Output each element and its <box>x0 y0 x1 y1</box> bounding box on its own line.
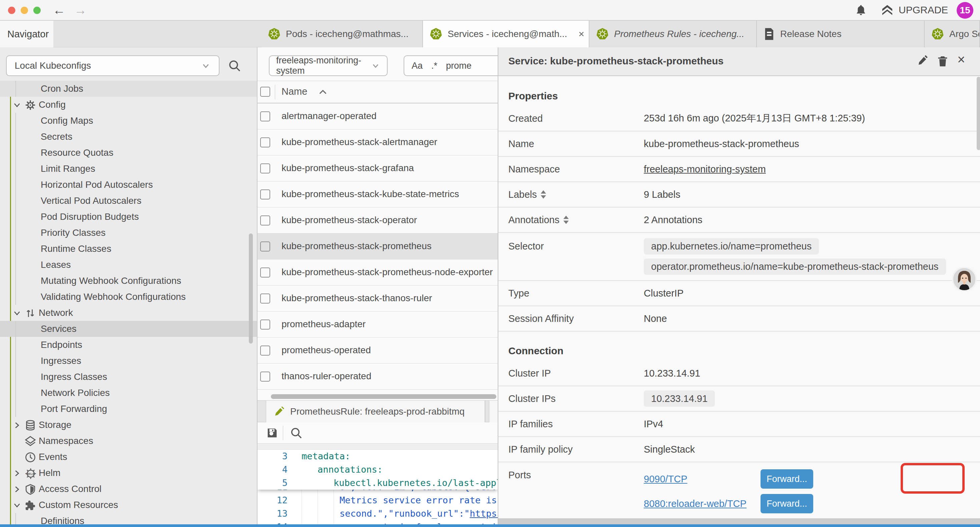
select-all-checkbox[interactable] <box>260 87 270 97</box>
close-icon[interactable]: × <box>957 52 965 67</box>
row-checkbox[interactable] <box>260 242 270 252</box>
table-row[interactable]: prometheus-adapter <box>258 312 498 338</box>
row-checkbox[interactable] <box>260 111 270 121</box>
table-row[interactable]: kube-prometheus-stack-alertmanager <box>258 129 498 155</box>
table-row[interactable]: thanos-ruler-operated <box>258 363 498 390</box>
sidebar-item-pod-disruption-budgets[interactable]: Pod Disruption Budgets <box>0 209 258 225</box>
sidebar-scrollbar[interactable] <box>249 234 253 344</box>
notifications-bell-icon[interactable] <box>854 4 867 17</box>
sidebar-item-priority-classes[interactable]: Priority Classes <box>0 225 258 241</box>
sidebar-item-config[interactable]: Config <box>0 97 258 113</box>
list-search-input[interactable]: Aa .* prome <box>404 56 498 76</box>
table-row[interactable]: kube-prometheus-stack-thanos-ruler <box>258 285 498 312</box>
sidebar-item-horizontal-pod-autoscalers[interactable]: Horizontal Pod Autoscalers <box>0 177 258 193</box>
forward-button[interactable]: Forward... <box>760 469 813 489</box>
dock-editor-tab[interactable] <box>489 401 498 423</box>
sidebar-item-vertical-pod-autoscalers[interactable]: Vertical Pod Autoscalers <box>0 193 258 209</box>
match-case-icon[interactable]: Aa <box>412 61 423 71</box>
dock-editor-tab[interactable]: PrometheusRule: freeleaps-prod-rabbitmq <box>266 401 485 423</box>
row-checkbox[interactable] <box>260 267 270 277</box>
sidebar-item-storage[interactable]: Storage <box>0 417 258 433</box>
detail-value-link[interactable]: freeleaps-monitoring-system <box>644 164 766 175</box>
chevron-down-icon[interactable] <box>13 501 21 509</box>
sidebar-item-helm[interactable]: HELMHelm <box>0 465 258 481</box>
port-link[interactable]: 9090/TCP <box>644 474 687 485</box>
sort-ascending-icon[interactable] <box>318 89 328 96</box>
app-tab[interactable]: Pods - icecheng@mathmas... <box>261 21 423 47</box>
sidebar-item-services[interactable]: Services <box>0 321 258 337</box>
row-checkbox[interactable] <box>260 372 270 382</box>
port-link[interactable]: 8080:reloader-web/TCP <box>644 498 746 509</box>
sidebar-item-leases[interactable]: Leases <box>0 257 258 273</box>
edit-pencil-icon[interactable] <box>916 55 930 68</box>
sidebar-item-access-control[interactable]: Access Control <box>0 481 258 497</box>
tab-close-icon[interactable]: × <box>578 29 584 40</box>
traffic-light-minimize[interactable] <box>21 7 28 14</box>
column-header-name[interactable]: Name <box>282 86 307 97</box>
table-row[interactable]: kube-prometheus-stack-operator <box>258 207 498 234</box>
chevron-right-icon[interactable] <box>13 485 21 494</box>
sort-updown-icon[interactable] <box>541 191 546 199</box>
sort-updown-icon[interactable] <box>563 216 569 224</box>
sidebar-item-limit-ranges[interactable]: Limit Ranges <box>0 161 258 177</box>
sidebar-item-network[interactable]: Network <box>0 305 258 321</box>
row-checkbox[interactable] <box>260 345 270 355</box>
sidebar-item-config-maps[interactable]: Config Maps <box>0 113 258 129</box>
sidebar-search-icon[interactable] <box>228 59 242 73</box>
traffic-light-maximize[interactable] <box>33 7 41 14</box>
upgrade-button[interactable]: UPGRADE <box>881 3 948 17</box>
back-arrow-icon[interactable]: ← <box>53 2 65 18</box>
table-row[interactable]: kube-prometheus-stack-kube-state-metrics <box>258 182 498 207</box>
row-checkbox[interactable] <box>260 189 270 199</box>
delete-trash-icon[interactable] <box>936 55 949 68</box>
sidebar-item-namespaces[interactable]: Namespaces <box>0 433 258 449</box>
row-checkbox[interactable] <box>260 137 270 147</box>
row-checkbox[interactable] <box>260 320 270 330</box>
chevron-down-icon[interactable] <box>13 309 21 318</box>
sidebar-item-ingress-classes[interactable]: Ingress Classes <box>0 369 258 385</box>
table-row[interactable]: alertmanager-operated <box>258 103 498 129</box>
app-tab[interactable]: Argo Se <box>924 21 980 47</box>
app-tab[interactable]: Services - icecheng@math...× <box>423 21 589 47</box>
forward-button[interactable]: Forward... <box>760 494 813 513</box>
chevron-down-icon[interactable] <box>13 101 21 110</box>
sidebar-item-runtime-classes[interactable]: Runtime Classes <box>0 241 258 257</box>
details-vertical-scrollbar[interactable] <box>977 77 980 150</box>
details-bottom-scrollbar[interactable] <box>498 518 980 524</box>
value-chip[interactable]: app.kubernetes.io/name=prometheus <box>644 238 819 255</box>
table-row[interactable]: kube-prometheus-stack-grafana <box>258 155 498 182</box>
sidebar-item-cron-jobs[interactable]: Cron Jobs <box>0 81 258 97</box>
regex-icon[interactable]: .* <box>431 61 437 71</box>
sidebar-item-network-policies[interactable]: Network Policies <box>0 385 258 401</box>
sidebar-item-events[interactable]: Events <box>0 449 258 465</box>
sidebar-item-mutating-webhook-configurations[interactable]: Mutating Webhook Configurations <box>0 273 258 289</box>
chevron-right-icon[interactable] <box>13 421 21 430</box>
table-row[interactable]: kube-prometheus-stack-prometheus <box>258 234 498 260</box>
navigator-panel-tab[interactable]: Navigator <box>0 21 53 47</box>
kubeconfig-selector[interactable]: Local Kubeconfigs <box>6 56 220 76</box>
sidebar-item-custom-resources[interactable]: Custom Resources <box>0 497 258 513</box>
app-tab[interactable]: Prometheus Rules - icecheng... <box>589 21 757 47</box>
notification-count-badge[interactable]: 15 <box>957 2 973 19</box>
sidebar-item-port-forwarding[interactable]: Port Forwarding <box>0 401 258 417</box>
editor-search-icon[interactable] <box>290 426 303 439</box>
save-icon[interactable] <box>266 426 279 439</box>
avatar[interactable] <box>952 267 977 291</box>
value-chip[interactable]: operator.prometheus.io/name=kube-prometh… <box>644 258 946 275</box>
chevron-right-icon[interactable] <box>13 469 21 478</box>
sidebar-item-resource-quotas[interactable]: Resource Quotas <box>0 145 258 161</box>
table-row[interactable]: prometheus-operated <box>258 338 498 363</box>
table-row[interactable]: kube-prometheus-stack-prometheus-node-ex… <box>258 260 498 285</box>
row-checkbox[interactable] <box>260 215 270 226</box>
value-chip[interactable]: 10.233.14.91 <box>644 390 715 407</box>
app-tab[interactable]: Release Notes <box>757 21 924 47</box>
sidebar-item-ingresses[interactable]: Ingresses <box>0 353 258 369</box>
traffic-light-close[interactable] <box>8 7 15 14</box>
yaml-editor[interactable]: 110", for: "1m", labels: { service: " 12… <box>258 450 498 527</box>
row-checkbox[interactable] <box>260 164 270 174</box>
sidebar-item-secrets[interactable]: Secrets <box>0 129 258 145</box>
namespace-selector[interactable]: freeleaps-monitoring-system <box>269 56 388 76</box>
sidebar-item-validating-webhook-configurations[interactable]: Validating Webhook Configurations <box>0 289 258 305</box>
forward-arrow-icon[interactable]: → <box>74 2 87 18</box>
sidebar-item-endpoints[interactable]: Endpoints <box>0 337 258 353</box>
